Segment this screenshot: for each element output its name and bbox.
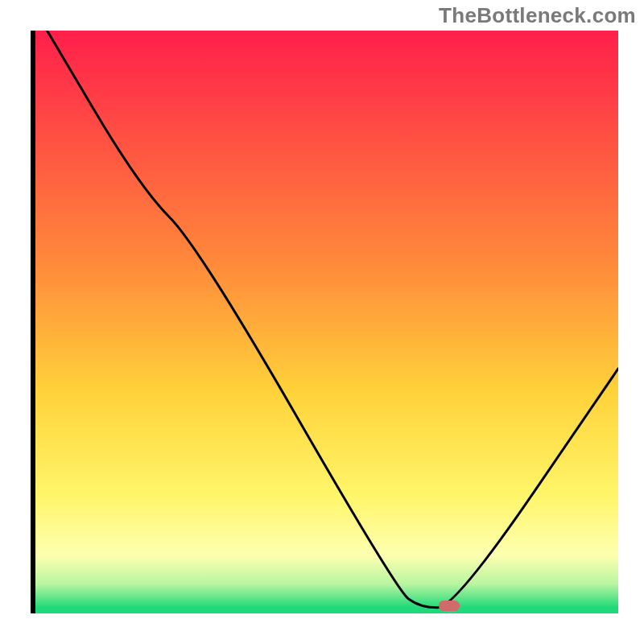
gradient-background [35,31,618,613]
chart-svg [35,31,618,613]
plot-area [31,31,613,613]
optimum-marker [439,601,460,611]
watermark-text: TheBottleneck.com [439,3,636,28]
chart-container: TheBottleneck.com [0,0,644,644]
